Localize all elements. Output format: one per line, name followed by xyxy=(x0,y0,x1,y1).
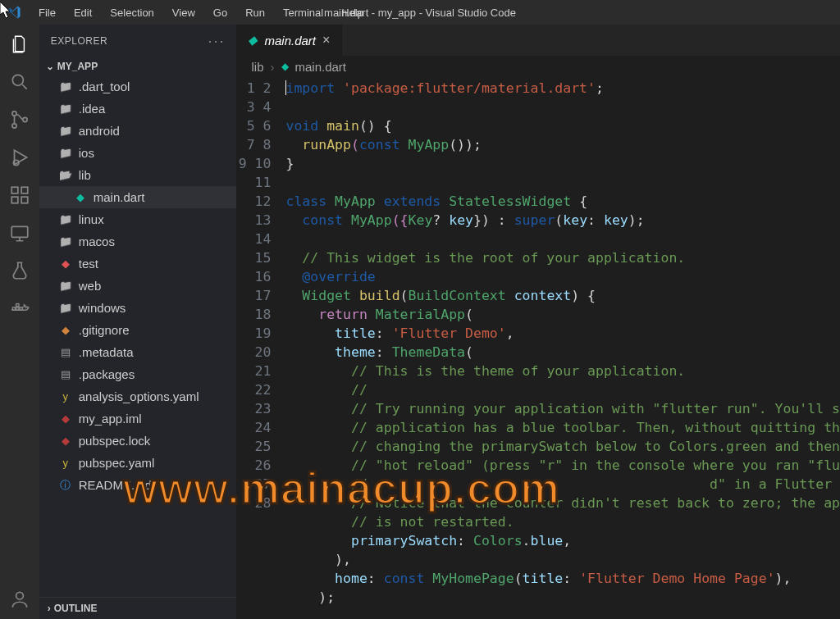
tree-item-label: pubspec.yaml xyxy=(79,456,155,470)
code-line[interactable]: } xyxy=(285,154,840,173)
menu-bar: FileEditSelectionViewGoRunTerminalHelp xyxy=(30,3,372,22)
tree-item[interactable]: macos xyxy=(39,230,237,253)
breadcrumb-file[interactable]: main.dart xyxy=(295,60,347,74)
file-tree: .dart_tool.ideaandroidioslib◆main.dartli… xyxy=(39,75,237,597)
file-icon: ◆ xyxy=(72,191,89,203)
code-line[interactable]: const MyApp({Key? key}) : super(key: key… xyxy=(285,211,840,230)
tree-item[interactable]: ios xyxy=(39,142,237,164)
code-line[interactable]: // "hot reload" (press "r" in the consol… xyxy=(285,456,840,475)
tree-item-label: .gitignore xyxy=(79,323,130,337)
file-icon: ◆ xyxy=(57,257,74,270)
menu-file[interactable]: File xyxy=(30,3,65,22)
code-line[interactable]: // xyxy=(285,380,840,399)
tree-item[interactable]: ◆main.dart xyxy=(39,186,237,208)
tree-item[interactable]: yanalysis_options.yaml xyxy=(39,385,237,407)
tree-item[interactable]: lib xyxy=(39,164,237,186)
code-line[interactable]: Widget build(BuildContext context) { xyxy=(285,286,840,305)
tree-item[interactable]: ▤.metadata xyxy=(39,341,237,363)
code-line[interactable]: ); xyxy=(285,588,840,607)
activity-files-icon[interactable] xyxy=(8,33,31,56)
folder-icon xyxy=(57,80,74,93)
svg-point-14 xyxy=(16,592,24,599)
tree-item[interactable]: ◆my_app.iml xyxy=(39,407,237,430)
code-line[interactable]: home: const MyHomePage(title: 'Flutter D… xyxy=(285,569,840,588)
menu-view[interactable]: View xyxy=(163,3,204,22)
code-line[interactable]: // d" in a Flutter xyxy=(285,475,840,494)
activity-extensions-icon[interactable] xyxy=(8,184,31,207)
code-line[interactable] xyxy=(285,230,840,248)
code-line[interactable]: return MaterialApp( xyxy=(285,305,840,324)
chevron-right-icon: › xyxy=(48,603,51,614)
tab-main-dart[interactable]: ◆ main.dart × xyxy=(236,25,342,56)
svg-rect-8 xyxy=(21,187,28,193)
activity-testing-icon[interactable] xyxy=(8,259,31,282)
code-line[interactable] xyxy=(285,173,840,192)
folder-icon xyxy=(57,235,74,248)
tree-item[interactable]: ◆pubspec.lock xyxy=(39,430,237,452)
activity-account-icon[interactable] xyxy=(8,588,31,611)
sidebar-more-icon[interactable]: ··· xyxy=(208,33,225,50)
code-line[interactable]: import 'package:flutter/material.dart'; xyxy=(285,79,840,98)
code-content[interactable]: import 'package:flutter/material.dart'; … xyxy=(285,77,840,619)
tree-item-label: linux xyxy=(79,212,104,226)
breadcrumb[interactable]: lib › ◆ main.dart xyxy=(236,56,840,77)
code-line[interactable]: runApp(const MyApp()); xyxy=(285,135,840,154)
tree-item[interactable]: .idea xyxy=(39,98,237,120)
code-line[interactable]: // This widget is the root of your appli… xyxy=(285,248,840,267)
close-icon[interactable]: × xyxy=(322,33,330,48)
code-line[interactable]: theme: ThemeData( xyxy=(285,343,840,362)
code-line[interactable]: // changing the primarySwatch below to C… xyxy=(285,437,840,456)
menu-selection[interactable]: Selection xyxy=(101,3,162,22)
activity-run-debug-icon[interactable] xyxy=(8,146,31,169)
code-line[interactable]: void main() { xyxy=(285,116,840,135)
tree-item[interactable]: windows xyxy=(39,297,237,319)
titlebar: FileEditSelectionViewGoRunTerminalHelp m… xyxy=(0,0,840,25)
tree-item[interactable]: ⓘREADME.md xyxy=(39,474,237,496)
tree-item[interactable]: ypubspec.yaml xyxy=(39,452,237,474)
tree-item-label: analysis_options.yaml xyxy=(79,389,199,403)
tree-item[interactable]: ◆.gitignore xyxy=(39,319,237,341)
tree-item[interactable]: ◆test xyxy=(39,253,237,275)
tree-item-label: lib xyxy=(79,168,91,182)
svg-rect-9 xyxy=(11,226,28,237)
folder-icon xyxy=(57,125,74,137)
tree-item[interactable]: .dart_tool xyxy=(39,75,237,98)
menu-edit[interactable]: Edit xyxy=(65,3,101,22)
code-line[interactable]: // This is the theme of your application… xyxy=(285,362,840,380)
code-line[interactable]: // Notice that the counter didn't reset … xyxy=(285,494,840,512)
tree-item[interactable]: web xyxy=(39,275,237,297)
folder-icon xyxy=(57,280,74,292)
code-line[interactable]: // Try running your application with "fl… xyxy=(285,399,840,418)
svg-point-2 xyxy=(12,124,16,128)
code-line[interactable]: // application has a blue toolbar. Then,… xyxy=(285,418,840,437)
editor-area: ◆ main.dart × lib › ◆ main.dart 1 2 3 4 … xyxy=(236,25,840,619)
activity-remote-icon[interactable] xyxy=(8,221,31,244)
sidebar: EXPLORER ··· ⌄ MY_APP .dart_tool.ideaand… xyxy=(39,25,237,619)
code-line[interactable]: // is not restarted. xyxy=(285,512,840,531)
svg-rect-7 xyxy=(21,197,28,203)
code-area[interactable]: 1 2 3 4 5 6 7 8 9 10 11 12 13 14 15 16 1… xyxy=(236,77,840,619)
code-line[interactable] xyxy=(285,98,840,116)
code-line[interactable]: class MyApp extends StatelessWidget { xyxy=(285,192,840,211)
outline-header[interactable]: › OUTLINE xyxy=(39,597,237,619)
tree-item[interactable]: ▤.packages xyxy=(39,363,237,385)
outline-label: OUTLINE xyxy=(54,603,98,614)
breadcrumb-folder[interactable]: lib xyxy=(251,60,263,74)
code-line[interactable]: title: 'Flutter Demo', xyxy=(285,324,840,343)
activity-source-control-icon[interactable] xyxy=(8,108,31,131)
chevron-down-icon: ⌄ xyxy=(46,61,54,72)
code-line[interactable]: @override xyxy=(285,267,840,286)
project-header[interactable]: ⌄ MY_APP xyxy=(39,57,237,75)
dart-file-icon: ◆ xyxy=(281,61,289,72)
svg-rect-5 xyxy=(11,187,18,193)
folder-icon xyxy=(57,169,74,181)
code-line[interactable]: primarySwatch: Colors.blue, xyxy=(285,531,840,550)
activity-docker-icon[interactable] xyxy=(8,297,31,320)
activity-search-icon[interactable] xyxy=(8,71,31,93)
code-line[interactable]: ), xyxy=(285,550,840,569)
tree-item[interactable]: linux xyxy=(39,208,237,230)
tree-item[interactable]: android xyxy=(39,120,237,142)
file-icon: y xyxy=(57,390,74,403)
menu-go[interactable]: Go xyxy=(204,3,236,22)
menu-run[interactable]: Run xyxy=(236,3,274,22)
